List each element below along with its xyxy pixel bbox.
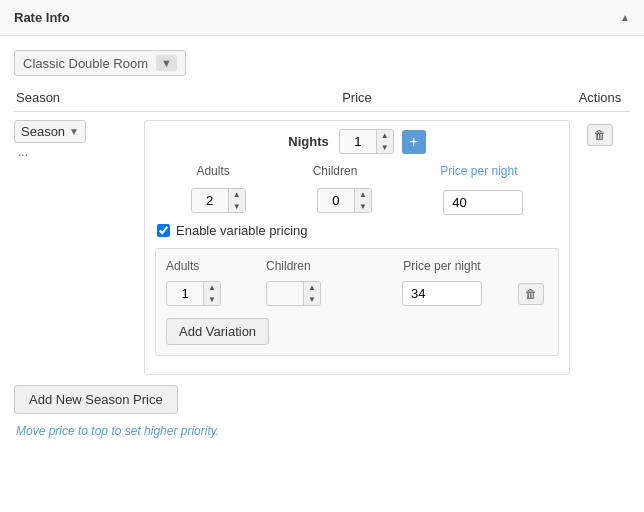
variation-header-row: Adults Children Price per night — [166, 259, 548, 273]
price-input[interactable] — [443, 190, 523, 215]
var-children-spinner-btns: ▲ ▼ — [303, 282, 320, 305]
adults-spinner-btns: ▲ ▼ — [228, 189, 245, 212]
adults-col-header: Adults — [196, 164, 229, 178]
table-header: Season Price Actions — [14, 90, 630, 112]
adults-children-header-row: Adults Children Price per night — [155, 164, 559, 178]
children-label: Children — [313, 164, 358, 178]
adults-decrement-btn[interactable]: ▼ — [229, 201, 245, 213]
var-delete-col: 🗑 — [518, 283, 548, 305]
var-price-header: Price per night — [366, 259, 518, 273]
children-col-header: Children — [313, 164, 358, 178]
var-adults-spinner-btns: ▲ ▼ — [203, 282, 220, 305]
children-spinner[interactable]: ▲ ▼ — [317, 188, 372, 213]
nights-label: Nights — [288, 134, 328, 149]
var-adults-input[interactable] — [167, 283, 203, 304]
var-children-decrement-btn[interactable]: ▼ — [304, 294, 320, 306]
col-actions-header: Actions — [570, 90, 630, 105]
adults-value-col: ▲ ▼ — [191, 188, 246, 213]
nights-row: Nights ▲ ▼ + — [155, 129, 559, 154]
adults-input[interactable] — [192, 190, 228, 211]
price-value-col — [443, 186, 523, 215]
nights-and-plus: ▲ ▼ + — [339, 129, 426, 154]
price-cell: Nights ▲ ▼ + Adults — [144, 120, 570, 375]
panel-title: Rate Info — [14, 10, 70, 25]
adults-label: Adults — [196, 164, 229, 178]
var-children-increment-btn[interactable]: ▲ — [304, 282, 320, 294]
children-spinner-btns: ▲ ▼ — [354, 189, 371, 212]
enable-variable-pricing-row: Enable variable pricing — [155, 223, 559, 238]
children-decrement-btn[interactable]: ▼ — [355, 201, 371, 213]
col-price-header: Price — [144, 90, 570, 105]
var-children-input[interactable] — [267, 283, 303, 304]
col-season-header: Season — [14, 90, 144, 105]
price-per-night-col-header: Price per night — [440, 164, 517, 178]
enable-variable-pricing-label[interactable]: Enable variable pricing — [176, 223, 308, 238]
room-select-row: Classic Double Room ▼ — [14, 50, 630, 76]
adults-spinner[interactable]: ▲ ▼ — [191, 188, 246, 213]
var-adults-decrement-btn[interactable]: ▼ — [204, 294, 220, 306]
nights-input[interactable] — [340, 131, 376, 152]
variation-data-row: ▲ ▼ ▲ ▼ — [166, 281, 548, 306]
var-children-header: Children — [266, 259, 366, 273]
adults-children-values-row: ▲ ▼ ▲ ▼ — [155, 186, 559, 215]
season-dropdown-label: Season — [21, 124, 65, 139]
delete-season-btn[interactable]: 🗑 — [587, 124, 613, 146]
add-nights-btn[interactable]: + — [402, 130, 426, 154]
panel-header: Rate Info ▲ — [0, 0, 644, 36]
enable-variable-pricing-checkbox[interactable] — [157, 224, 170, 237]
var-children-spinner[interactable]: ▲ ▼ — [266, 281, 321, 306]
nights-spinner-btns: ▲ ▼ — [376, 130, 393, 153]
season-dropdown-arrow-icon: ▼ — [69, 126, 79, 137]
room-select-label: Classic Double Room — [23, 56, 148, 71]
price-per-night-label: Price per night — [440, 164, 517, 178]
price-input-row — [443, 190, 523, 215]
nights-decrement-btn[interactable]: ▼ — [377, 142, 393, 154]
season-asterisk: ... — [18, 145, 28, 159]
room-select-arrow-icon: ▼ — [156, 55, 177, 71]
adults-increment-btn[interactable]: ▲ — [229, 189, 245, 201]
nights-spinner[interactable]: ▲ ▼ — [339, 129, 394, 154]
room-selector[interactable]: Classic Double Room ▼ — [14, 50, 186, 76]
panel-body: Classic Double Room ▼ Season Price Actio… — [0, 36, 644, 448]
var-adults-spinner[interactable]: ▲ ▼ — [166, 281, 221, 306]
move-price-hint: Move price to top to set higher priority… — [14, 424, 630, 438]
season-cell: Season ▼ ... — [14, 120, 144, 159]
var-adults-header: Adults — [166, 259, 266, 273]
children-input[interactable] — [318, 190, 354, 211]
children-increment-btn[interactable]: ▲ — [355, 189, 371, 201]
add-variation-button[interactable]: Add Variation — [166, 318, 269, 345]
var-children-value-col: ▲ ▼ — [266, 281, 366, 306]
nights-increment-btn[interactable]: ▲ — [377, 130, 393, 142]
variation-table: Adults Children Price per night ▲ ▼ — [155, 248, 559, 356]
season-dropdown[interactable]: Season ▼ — [14, 120, 86, 143]
children-value-col: ▲ ▼ — [317, 188, 372, 213]
var-delete-btn[interactable]: 🗑 — [518, 283, 544, 305]
actions-cell: 🗑 — [570, 120, 630, 146]
var-price-value-col — [366, 281, 518, 306]
var-price-input[interactable] — [402, 281, 482, 306]
collapse-icon[interactable]: ▲ — [620, 12, 630, 23]
var-adults-value-col: ▲ ▼ — [166, 281, 266, 306]
var-adults-increment-btn[interactable]: ▲ — [204, 282, 220, 294]
season-price-row: Season ▼ ... Nights ▲ ▼ + — [14, 120, 630, 375]
add-new-season-price-button[interactable]: Add New Season Price — [14, 385, 178, 414]
